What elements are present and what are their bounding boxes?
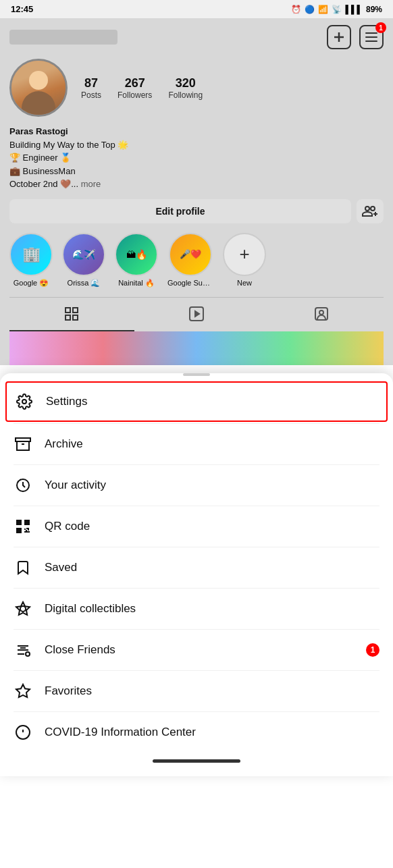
wifi-icon: 📡 bbox=[332, 5, 342, 14]
svg-rect-4 bbox=[66, 308, 70, 313]
posts-count: 87 bbox=[81, 76, 101, 90]
story-item[interactable]: 🎤❤️ Google Summit❤️ bbox=[167, 233, 213, 288]
story-label: Google Summit❤️ bbox=[167, 279, 213, 288]
favorites-icon bbox=[14, 682, 32, 701]
story-label: Google 😍 bbox=[14, 279, 49, 288]
svg-rect-6 bbox=[66, 315, 70, 320]
time: 12:45 bbox=[11, 4, 33, 14]
close-friends-label: Close Friends bbox=[45, 643, 115, 657]
favorites-label: Favorites bbox=[45, 684, 92, 698]
svg-rect-5 bbox=[73, 308, 78, 313]
new-story-label: New bbox=[237, 279, 252, 287]
saved-label: Saved bbox=[45, 561, 77, 574]
activity-label: Your activity bbox=[45, 479, 106, 492]
avatar bbox=[9, 59, 68, 117]
battery: 89% bbox=[366, 5, 382, 14]
profile-stats: 87 Posts 267 Followers 320 Following bbox=[81, 76, 203, 100]
action-buttons-row: Edit profile bbox=[9, 199, 384, 223]
svg-point-32 bbox=[26, 652, 30, 656]
profile-name: Paras Rastogi bbox=[9, 125, 384, 138]
menu-item-archive[interactable]: Archive bbox=[0, 424, 393, 464]
alarm-icon: ⏰ bbox=[291, 5, 301, 14]
followers-count: 267 bbox=[117, 76, 152, 90]
tab-bar bbox=[9, 297, 384, 331]
svg-rect-7 bbox=[73, 315, 78, 320]
username-display bbox=[9, 30, 117, 45]
story-label: Nainital 🔥 bbox=[118, 279, 155, 288]
story-thumbnail: 🏔🔥 bbox=[115, 233, 158, 276]
menu-notification-badge: 1 bbox=[375, 22, 386, 33]
home-indicator bbox=[153, 759, 240, 763]
collectibles-label: Digital collectibles bbox=[45, 602, 136, 616]
svg-marker-9 bbox=[195, 311, 199, 317]
covid-icon bbox=[14, 723, 32, 742]
bio-line3: 💼 BusinessMan bbox=[9, 165, 384, 178]
signal-icon: ▌▌▌ bbox=[345, 5, 363, 14]
grid-icon bbox=[63, 306, 80, 322]
add-person-button[interactable] bbox=[357, 199, 384, 223]
bio-section: Paras Rastogi Building My Way to the Top… bbox=[9, 125, 384, 191]
story-thumbnail: 🌊✈️ bbox=[62, 233, 105, 276]
close-friends-badge: 1 bbox=[366, 643, 379, 657]
story-thumbnail: 🎤❤️ bbox=[169, 233, 212, 276]
svg-point-11 bbox=[319, 310, 323, 315]
bio-more-link[interactable]: more bbox=[81, 179, 101, 189]
menu-item-digital-collectibles[interactable]: Digital collectibles bbox=[0, 589, 393, 629]
archive-icon bbox=[14, 435, 32, 454]
story-item[interactable]: 🏔🔥 Nainital 🔥 bbox=[115, 233, 158, 288]
following-label: Following bbox=[168, 90, 203, 100]
bio-line4: October 2nd 🤎... more bbox=[9, 178, 384, 191]
menu-item-covid[interactable]: COVID-19 Information Center bbox=[0, 712, 393, 753]
top-bar: 1 bbox=[9, 25, 384, 49]
settings-label: Settings bbox=[46, 395, 87, 408]
bottom-sheet: Settings Archive Your activity bbox=[0, 373, 393, 776]
stories-row: 🏢 Google 😍 🌊✈️ Orissa 🌊 🏔🔥 Nainital 🔥 🎤❤… bbox=[9, 233, 384, 288]
followers-label: Followers bbox=[117, 90, 152, 100]
qr-icon bbox=[14, 517, 32, 536]
settings-icon bbox=[15, 392, 34, 411]
menu-item-qr-code[interactable]: QR code bbox=[0, 506, 393, 547]
menu-item-your-activity[interactable]: Your activity bbox=[0, 465, 393, 506]
menu-item-saved[interactable]: Saved bbox=[0, 547, 393, 588]
svg-point-12 bbox=[22, 400, 26, 404]
story-thumbnail: 🏢 bbox=[9, 233, 53, 276]
menu-item-favorites[interactable]: Favorites bbox=[0, 671, 393, 711]
status-icons: ⏰ 🔵 📶 📡 ▌▌▌ 89% bbox=[291, 5, 382, 14]
story-item[interactable]: 🌊✈️ Orissa 🌊 bbox=[62, 233, 105, 288]
menu-item-settings[interactable]: Settings bbox=[5, 381, 388, 422]
collectibles-icon bbox=[14, 599, 32, 618]
posts-label: Posts bbox=[81, 90, 101, 100]
bio-line2: 🏆 Engineer 🏅 bbox=[9, 151, 384, 165]
following-stat: 320 Following bbox=[168, 76, 203, 100]
close-friends-icon bbox=[14, 641, 32, 659]
top-action-icons: 1 bbox=[327, 25, 384, 49]
svg-rect-17 bbox=[18, 522, 20, 523]
svg-rect-18 bbox=[26, 522, 28, 523]
phone-icon: 📶 bbox=[318, 5, 328, 14]
grid-preview bbox=[9, 331, 384, 365]
archive-label: Archive bbox=[45, 437, 83, 451]
tab-tagged[interactable] bbox=[259, 298, 384, 331]
bio-line1: Building My Way to the Top 🌟 bbox=[9, 138, 384, 152]
svg-marker-34 bbox=[16, 684, 30, 697]
hamburger-menu-button[interactable]: 1 bbox=[359, 25, 384, 49]
menu-item-close-friends[interactable]: Close Friends 1 bbox=[0, 630, 393, 670]
edit-profile-button[interactable]: Edit profile bbox=[9, 199, 351, 223]
status-bar: 12:45 ⏰ 🔵 📶 📡 ▌▌▌ 89% bbox=[0, 0, 393, 18]
profile-area: 1 87 Posts 267 Followers 320 Following P… bbox=[0, 18, 393, 365]
following-count: 320 bbox=[168, 76, 203, 90]
story-item[interactable]: 🏢 Google 😍 bbox=[9, 233, 53, 288]
tagged-icon bbox=[313, 306, 330, 322]
profile-info-row: 87 Posts 267 Followers 320 Following bbox=[9, 59, 384, 117]
new-story-button[interactable]: + New bbox=[223, 233, 266, 288]
add-content-button[interactable] bbox=[327, 25, 351, 49]
sheet-handle bbox=[183, 373, 210, 376]
tab-reels[interactable] bbox=[134, 298, 259, 331]
posts-stat: 87 Posts bbox=[81, 76, 101, 100]
svg-point-28 bbox=[20, 606, 26, 612]
covid-label: COVID-19 Information Center bbox=[45, 726, 196, 739]
new-story-circle: + bbox=[223, 233, 266, 276]
followers-stat: 267 Followers bbox=[117, 76, 152, 100]
bluetooth-icon: 🔵 bbox=[305, 5, 315, 14]
tab-grid[interactable] bbox=[9, 298, 134, 331]
